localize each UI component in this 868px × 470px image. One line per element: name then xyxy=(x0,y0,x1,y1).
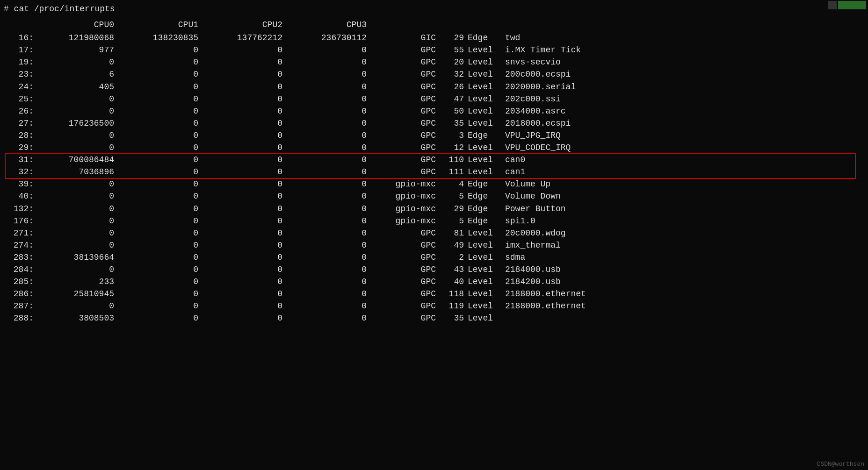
cpu2-count: 0 xyxy=(206,300,290,312)
table-row: 29: 0 0 0 0 GPC 12 Level VPU_CODEC_IRQ xyxy=(5,142,863,154)
controller: GPC xyxy=(374,44,440,56)
cpu3-count: 0 xyxy=(290,154,374,166)
irq-type: Edge xyxy=(468,215,505,227)
cpu1-count: 0 xyxy=(122,166,206,178)
hw-irq: 81 xyxy=(440,227,468,239)
command-title: # cat /proc/interrupts xyxy=(4,3,115,15)
cpu1-count: 0 xyxy=(122,251,206,263)
table-row: 271: 0 0 0 0 GPC 81 Level 20c0000.wdog xyxy=(5,227,863,239)
header-cpu2: CPU2 xyxy=(206,19,290,31)
cpu2-count: 0 xyxy=(206,263,290,276)
irq-type: Level xyxy=(468,300,505,312)
cpu3-count: 0 xyxy=(290,178,374,190)
irq-number: 283: xyxy=(5,251,37,263)
cpu2-count: 0 xyxy=(206,154,290,166)
cpu0-count: 176236500 xyxy=(37,117,122,129)
irq-type: Level xyxy=(468,227,505,239)
cpu2-count: 0 xyxy=(206,93,290,105)
irq-type: Level xyxy=(468,312,505,324)
controller: GPC xyxy=(374,93,440,105)
cpu1-count: 138230835 xyxy=(122,32,206,44)
irq-name: 2184000.usb xyxy=(505,263,863,276)
irq-number: 32: xyxy=(5,166,37,178)
cpu1-count: 0 xyxy=(122,276,206,288)
irq-name: i.MX Timer Tick xyxy=(505,44,863,56)
irq-name: snvs-secvio xyxy=(505,56,863,68)
cpu0-count: 0 xyxy=(37,129,122,142)
cpu1-count: 0 xyxy=(122,178,206,190)
cpu1-count: 0 xyxy=(122,68,206,80)
cpu1-count: 0 xyxy=(122,44,206,56)
cpu3-count: 0 xyxy=(290,117,374,129)
table-row: 288: 3808503 0 0 0 GPC 35 Level xyxy=(5,312,863,324)
hw-irq: 47 xyxy=(440,93,468,105)
cpu0-count: 0 xyxy=(37,178,122,190)
irq-number: 29: xyxy=(5,142,37,154)
hw-irq: 26 xyxy=(440,81,468,93)
irq-number: 17: xyxy=(5,44,37,56)
hw-irq: 12 xyxy=(440,142,468,154)
irq-type: Level xyxy=(468,166,505,178)
cpu2-count: 0 xyxy=(206,227,290,239)
irq-name: 2020000.serial xyxy=(505,81,863,93)
header-cpu0: CPU0 xyxy=(37,19,122,31)
cpu0-count: 0 xyxy=(37,215,122,227)
cpu2-count: 137762212 xyxy=(206,32,290,44)
cpu0-count: 0 xyxy=(37,227,122,239)
cpu3-count: 0 xyxy=(290,56,374,68)
irq-type: Edge xyxy=(468,178,505,190)
irq-type: Level xyxy=(468,68,505,80)
table-row: 27: 176236500 0 0 0 GPC 35 Level 2018000… xyxy=(5,117,863,129)
controller: gpio-mxc xyxy=(374,215,440,227)
cpu1-count: 0 xyxy=(122,154,206,166)
irq-name: sdma xyxy=(505,251,863,263)
cpu0-count: 0 xyxy=(37,142,122,154)
irq-number: 176: xyxy=(5,215,37,227)
irq-type: Level xyxy=(468,105,505,117)
hw-irq: 50 xyxy=(440,105,468,117)
cpu2-count: 0 xyxy=(206,178,290,190)
cpu0-count: 0 xyxy=(37,105,122,117)
irq-name: 20c0000.wdog xyxy=(505,227,863,239)
table-row: 176: 0 0 0 0 gpio-mxc 5 Edge spi1.0 xyxy=(5,215,863,227)
irq-name: VPU_CODEC_IRQ xyxy=(505,142,863,154)
table-row: 17: 977 0 0 0 GPC 55 Level i.MX Timer Ti… xyxy=(5,44,863,56)
cpu3-count: 0 xyxy=(290,312,374,324)
controller: GPC xyxy=(374,239,440,251)
table-row: 23: 6 0 0 0 GPC 32 Level 200c000.ecspi xyxy=(5,68,863,80)
cpu0-count: 6 xyxy=(37,68,122,80)
cpu2-count: 0 xyxy=(206,203,290,215)
cpu0-count: 0 xyxy=(37,56,122,68)
irq-number: 271: xyxy=(5,227,37,239)
cpu2-count: 0 xyxy=(206,288,290,300)
irq-type: Level xyxy=(468,154,505,166)
cpu1-count: 0 xyxy=(122,312,206,324)
cpu0-count: 3808503 xyxy=(37,312,122,324)
irq-number: 288: xyxy=(5,312,37,324)
cpu2-count: 0 xyxy=(206,56,290,68)
cpu3-count: 0 xyxy=(290,239,374,251)
hw-irq: 111 xyxy=(440,166,468,178)
cpu2-count: 0 xyxy=(206,312,290,324)
controller: GPC xyxy=(374,251,440,263)
table-body: 16: 121980068 138230835 137762212 236730… xyxy=(5,32,863,324)
cpu0-count: 0 xyxy=(37,93,122,105)
irq-name: 2034000.asrc xyxy=(505,105,863,117)
controller: GPC xyxy=(374,117,440,129)
cpu1-count: 0 xyxy=(122,105,206,117)
cpu2-count: 0 xyxy=(206,129,290,142)
irq-number: 39: xyxy=(5,178,37,190)
cpu0-count: 700086484 xyxy=(37,154,122,166)
table-row: 132: 0 0 0 0 gpio-mxc 29 Edge Power Butt… xyxy=(5,203,863,215)
cpu3-count: 0 xyxy=(290,263,374,276)
irq-type: Level xyxy=(468,117,505,129)
irq-type: Level xyxy=(468,142,505,154)
cpu1-count: 0 xyxy=(122,81,206,93)
hw-irq: 4 xyxy=(440,178,468,190)
hw-irq: 49 xyxy=(440,239,468,251)
table-row: 284: 0 0 0 0 GPC 43 Level 2184000.usb xyxy=(5,263,863,276)
irq-name: imx_thermal xyxy=(505,239,863,251)
irq-type: Edge xyxy=(468,32,505,44)
controller: GPC xyxy=(374,56,440,68)
irq-number: 25: xyxy=(5,93,37,105)
